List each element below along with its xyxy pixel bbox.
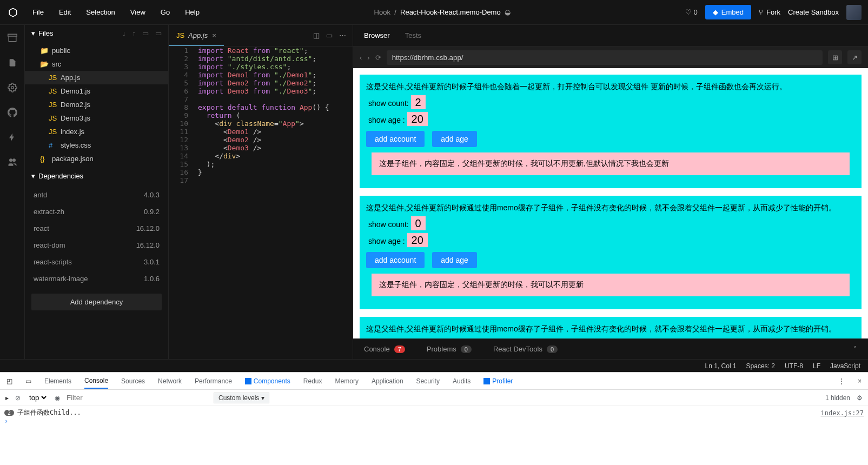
dt-tab-components[interactable]: Components xyxy=(245,377,290,385)
like-button[interactable]: ♡ 0 xyxy=(685,8,698,16)
console-sidebar-icon[interactable]: ▸ xyxy=(5,394,9,402)
dt-tab-console[interactable]: Console xyxy=(84,377,108,389)
reload-icon[interactable]: ⟳ xyxy=(375,54,381,62)
devtools-more-icon[interactable]: ⋮ xyxy=(838,377,845,385)
forward-icon[interactable]: › xyxy=(367,54,369,62)
add-account-button[interactable]: add account xyxy=(366,131,425,147)
status-eol[interactable]: LF xyxy=(813,362,820,370)
explorer-icon[interactable] xyxy=(7,32,18,43)
dt-tab-security[interactable]: Security xyxy=(416,377,440,385)
chevron-up-icon[interactable]: ˄ xyxy=(853,345,857,353)
dep-item[interactable]: react16.12.0 xyxy=(25,220,168,237)
grid-icon[interactable]: ⊞ xyxy=(828,50,842,64)
codesandbox-logo-icon[interactable] xyxy=(6,6,19,19)
status-position[interactable]: Ln 1, Col 1 xyxy=(705,362,737,370)
tab-console[interactable]: Console7 xyxy=(364,345,405,353)
chevron-down-icon: ▾ xyxy=(31,29,35,37)
embed-button[interactable]: ◆Embed xyxy=(705,5,751,19)
file-demo2-js[interactable]: JSDemo2.js xyxy=(25,98,168,111)
preview-icon[interactable]: ▭ xyxy=(326,31,333,39)
file-index-js[interactable]: JSindex.js xyxy=(25,125,168,138)
dep-item[interactable]: antd4.0.3 xyxy=(25,187,168,203)
file-package-json[interactable]: {}package.json xyxy=(25,152,168,165)
file-demo3-js[interactable]: JSDemo3.js xyxy=(25,111,168,125)
file-styles-css[interactable]: #styles.css xyxy=(25,138,168,152)
hidden-count[interactable]: 1 hidden xyxy=(825,394,850,402)
users-icon[interactable] xyxy=(7,157,18,168)
address-input[interactable] xyxy=(387,50,823,65)
add-account-button[interactable]: add account xyxy=(366,252,425,268)
menu-help[interactable]: Help xyxy=(185,8,200,16)
add-dependency-button[interactable]: Add dependency xyxy=(31,294,162,310)
folder-open-icon: 📂 xyxy=(40,60,48,68)
tab-react-devtools[interactable]: React DevTools0 xyxy=(493,345,558,353)
console-settings-icon[interactable]: ⚙ xyxy=(857,394,863,402)
add-age-button[interactable]: add age xyxy=(432,131,477,147)
fork-button[interactable]: ⑂Fork xyxy=(759,8,780,16)
demo-desc: 这是父组件,父组件更新的时候子组件也会随着一起更新，打开控制台可以发现父组件 更… xyxy=(366,82,855,92)
folder-src[interactable]: 📂src xyxy=(25,57,168,71)
files-section-header[interactable]: ▾ Files ↓ ↑ ▭ ▭ xyxy=(25,25,168,42)
file-icon[interactable] xyxy=(7,57,18,68)
back-icon[interactable]: ‹ xyxy=(360,54,362,62)
rocket-icon[interactable] xyxy=(7,132,18,143)
github-icon[interactable] xyxy=(7,107,18,118)
menu-go[interactable]: Go xyxy=(161,8,170,16)
clear-console-icon[interactable]: ⊘ xyxy=(15,394,21,402)
dt-tab-sources[interactable]: Sources xyxy=(121,377,145,385)
new-folder-icon[interactable]: ▭ xyxy=(142,29,149,37)
split-icon[interactable]: ◫ xyxy=(313,31,320,39)
dt-tab-redux[interactable]: Redux xyxy=(303,377,322,385)
dep-item[interactable]: extract-zh0.9.2 xyxy=(25,203,168,220)
gear-icon[interactable] xyxy=(7,82,18,93)
folder-public[interactable]: 📁public xyxy=(25,44,168,57)
js-icon: JS xyxy=(49,101,56,109)
create-sandbox-button[interactable]: Create Sandbox xyxy=(788,8,839,16)
dt-tab-audits[interactable]: Audits xyxy=(453,377,471,385)
dep-item[interactable]: watermark-image1.0.6 xyxy=(25,270,168,287)
close-icon[interactable]: × xyxy=(212,31,216,39)
dt-tab-memory[interactable]: Memory xyxy=(335,377,359,385)
dt-tab-elements[interactable]: Elements xyxy=(44,377,71,385)
file-demo1-js[interactable]: JSDemo1.js xyxy=(25,84,168,98)
console-prompt[interactable]: › xyxy=(4,417,8,425)
log-source-link[interactable]: index.js:27 xyxy=(821,409,864,417)
status-language[interactable]: JavaScript xyxy=(830,362,860,370)
dep-item[interactable]: react-scripts3.0.1 xyxy=(25,254,168,270)
status-spaces[interactable]: Spaces: 2 xyxy=(746,362,775,370)
log-levels-select[interactable]: Custom levels ▾ xyxy=(214,393,269,403)
context-select[interactable]: top xyxy=(27,393,48,402)
file-app-js[interactable]: JSApp.js xyxy=(25,71,168,84)
status-encoding[interactable]: UTF-8 xyxy=(785,362,803,370)
tab-problems[interactable]: Problems0 xyxy=(427,345,472,353)
devtools-device-icon[interactable]: ▭ xyxy=(25,377,31,385)
dt-tab-application[interactable]: Application xyxy=(372,377,403,385)
menu-edit[interactable]: Edit xyxy=(59,8,71,16)
more-icon[interactable]: ⋯ xyxy=(339,31,346,39)
open-external-icon[interactable]: ↗ xyxy=(847,50,862,64)
upload-icon[interactable]: ↑ xyxy=(132,29,136,37)
deps-section-header[interactable]: ▾ Dependencies xyxy=(25,168,168,184)
new-file-icon[interactable]: ▭ xyxy=(155,29,162,37)
download-icon[interactable]: ↓ xyxy=(122,29,126,37)
dt-tab-performance[interactable]: Performance xyxy=(195,377,232,385)
tab-browser[interactable]: Browser xyxy=(364,31,390,39)
demo2-box: 这是父组件,父组件更新的时候通过使用memo缓存了子组件，子组件没有变化的时候，… xyxy=(360,196,862,309)
eye-icon[interactable]: ◉ xyxy=(55,394,60,402)
devtools-close-icon[interactable]: × xyxy=(858,377,862,385)
editor-tab-active[interactable]: JS App.js × xyxy=(169,25,224,46)
add-age-button[interactable]: add age xyxy=(432,252,477,268)
tab-tests[interactable]: Tests xyxy=(405,31,421,39)
avatar[interactable] xyxy=(846,5,862,20)
dep-item[interactable]: react-dom16.12.0 xyxy=(25,237,168,254)
menu-file[interactable]: File xyxy=(32,8,44,16)
code-editor[interactable]: 1import React from "react";2import "antd… xyxy=(169,46,353,359)
dt-tab-network[interactable]: Network xyxy=(158,377,182,385)
react-icon xyxy=(245,378,251,384)
menu-selection[interactable]: Selection xyxy=(86,8,115,16)
react-icon xyxy=(483,378,490,384)
console-filter-input[interactable] xyxy=(67,394,207,402)
menu-view[interactable]: View xyxy=(130,8,145,16)
dt-tab-profiler[interactable]: Profiler xyxy=(483,377,513,385)
devtools-inspect-icon[interactable]: ◰ xyxy=(6,377,12,385)
